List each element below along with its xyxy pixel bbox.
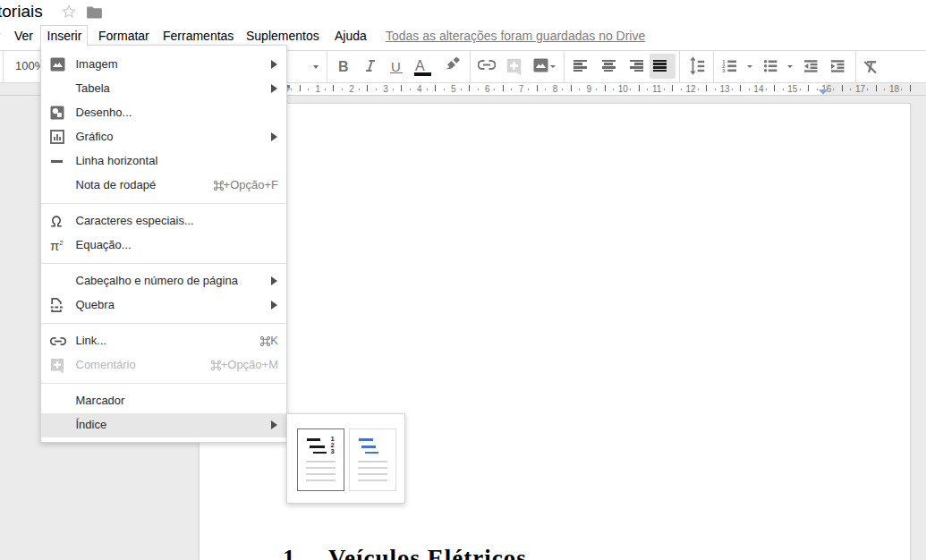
svg-text:3: 3 [722,68,726,73]
